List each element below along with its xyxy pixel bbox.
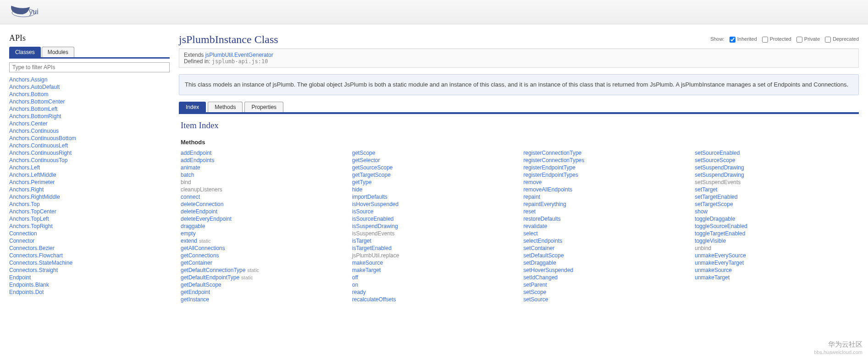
api-link[interactable]: Anchors.LeftMiddle — [9, 172, 56, 178]
method-link[interactable]: setTarget — [695, 186, 717, 193]
method-link[interactable]: getDefaultConnectionType — [181, 267, 245, 273]
api-link[interactable]: Anchors.Bottom — [9, 91, 48, 98]
method-link[interactable]: getScope — [352, 150, 376, 156]
method-link[interactable]: setContainer — [524, 245, 555, 251]
method-link[interactable]: getInstance — [181, 296, 209, 303]
filter-input[interactable] — [9, 62, 170, 72]
method-link[interactable]: hide — [352, 186, 363, 193]
method-link[interactable]: registerConnectionTypes — [524, 157, 585, 163]
inherited-checkbox[interactable] — [730, 37, 735, 43]
sidebar-tab-modules[interactable]: Modules — [42, 47, 74, 57]
sidebar-tab-classes[interactable]: Classes — [9, 47, 41, 57]
protected-checkbox[interactable] — [762, 37, 768, 43]
method-link[interactable]: setSuspendEvents — [695, 179, 741, 185]
method-link[interactable]: setTargetEnabled — [695, 194, 737, 200]
api-link[interactable]: Connector — [9, 238, 34, 244]
api-link[interactable]: Anchors.TopRight — [9, 223, 53, 229]
method-link[interactable]: off — [352, 274, 358, 281]
method-link[interactable]: reset — [524, 208, 536, 215]
method-link[interactable]: draggable — [181, 223, 205, 229]
api-link[interactable]: Anchors.ContinuousRight — [9, 150, 72, 156]
method-link[interactable]: revalidate — [524, 223, 547, 229]
method-link[interactable]: toggleVisible — [695, 238, 726, 244]
method-link[interactable]: addEndpoints — [181, 157, 214, 163]
api-link[interactable]: Connectors.Straight — [9, 267, 58, 273]
method-link[interactable]: restoreDefaults — [524, 216, 561, 222]
method-link[interactable]: getDefaultScope — [181, 282, 221, 288]
method-link[interactable]: batch — [181, 172, 194, 178]
api-link[interactable]: Endpoints.Dot — [9, 289, 44, 295]
method-link[interactable]: repaint — [524, 194, 541, 200]
method-link[interactable]: makeTarget — [352, 267, 381, 273]
method-link[interactable]: setDefaultScope — [524, 252, 564, 259]
method-link[interactable]: setParent — [524, 282, 547, 288]
private-checkbox[interactable] — [796, 37, 802, 43]
api-link[interactable]: Endpoint — [9, 274, 31, 281]
method-link[interactable]: select — [524, 230, 538, 237]
api-link[interactable]: Anchors.RightMiddle — [9, 194, 60, 200]
api-link[interactable]: Connectors.Bezier — [9, 245, 55, 251]
api-link[interactable]: Anchors.Center — [9, 120, 47, 127]
method-link[interactable]: show — [695, 208, 708, 215]
method-link[interactable]: getAllConnections — [181, 245, 225, 251]
extends-link[interactable]: jsPlumbUtil.EventGenerator — [205, 52, 273, 58]
method-link[interactable]: registerEndpointTypes — [524, 172, 578, 178]
deprecated-checkbox[interactable] — [825, 37, 831, 43]
api-link[interactable]: Endpoints.Blank — [9, 282, 49, 288]
method-link[interactable]: registerEndpointType — [524, 164, 575, 171]
api-link[interactable]: Anchors.Perimeter — [9, 179, 55, 185]
method-link[interactable]: on — [352, 282, 358, 288]
method-link[interactable]: setTargetScope — [695, 201, 733, 207]
api-link[interactable]: Anchors.Top — [9, 201, 40, 207]
api-link[interactable]: Anchors.Assign — [9, 76, 47, 83]
api-link[interactable]: Anchors.ContinuousBottom — [9, 135, 76, 141]
api-link[interactable]: Anchors.ContinuousTop — [9, 157, 67, 163]
method-link[interactable]: setSourceScope — [695, 157, 735, 163]
method-link[interactable]: importDefaults — [352, 194, 387, 200]
method-link[interactable]: removeAllEndpoints — [524, 186, 573, 193]
method-link[interactable]: jsPlumbUtil.replace — [352, 252, 399, 259]
method-link[interactable]: unmakeEveryTarget — [695, 260, 744, 266]
method-link[interactable]: setIdChanged — [524, 274, 558, 281]
method-link[interactable]: setSourceEnabled — [695, 150, 740, 156]
method-link[interactable]: registerConnectionType — [524, 150, 582, 156]
method-link[interactable]: isSourceEnabled — [352, 216, 394, 222]
method-link[interactable]: connect — [181, 194, 200, 200]
method-link[interactable]: bind — [181, 179, 191, 185]
api-link[interactable]: Anchors.TopCenter — [9, 208, 56, 215]
method-link[interactable]: toggleDraggable — [695, 216, 735, 222]
method-link[interactable]: isTarget — [352, 238, 371, 244]
method-link[interactable]: getEndpoint — [181, 289, 210, 295]
method-link[interactable]: repaintEverything — [524, 201, 566, 207]
method-link[interactable]: setSuspendDrawing — [695, 164, 744, 171]
method-link[interactable]: makeSource — [352, 260, 383, 266]
method-link[interactable]: setSource — [524, 296, 548, 303]
method-link[interactable]: recalculateOffsets — [352, 296, 396, 303]
api-link[interactable]: Anchors.BottomLeft — [9, 106, 57, 112]
method-link[interactable]: getType — [352, 179, 372, 185]
method-link[interactable]: getTargetScope — [352, 172, 391, 178]
api-link[interactable]: Connectors.Flowchart — [9, 252, 63, 259]
method-link[interactable]: getSourceScope — [352, 164, 393, 171]
content-tab-index[interactable]: Index — [179, 102, 206, 112]
method-link[interactable]: deleteEndpoint — [181, 208, 217, 215]
api-link[interactable]: Anchors.ContinuousLeft — [9, 142, 68, 149]
method-link[interactable]: unmakeTarget — [695, 274, 730, 281]
method-link[interactable]: getConnections — [181, 252, 219, 259]
method-link[interactable]: setSuspendDrawing — [695, 172, 744, 178]
method-link[interactable]: animate — [181, 164, 200, 171]
api-link[interactable]: Anchors.Left — [9, 164, 40, 171]
method-link[interactable]: selectEndpoints — [524, 238, 563, 244]
content-tab-methods[interactable]: Methods — [208, 102, 243, 112]
api-link[interactable]: Anchors.Right — [9, 186, 44, 193]
method-link[interactable]: cleanupListeners — [181, 186, 222, 193]
method-link[interactable]: setScope — [524, 289, 547, 295]
method-link[interactable]: empty — [181, 230, 196, 237]
method-link[interactable]: isSuspendDrawing — [352, 223, 398, 229]
method-link[interactable]: isHoverSuspended — [352, 201, 398, 207]
api-link[interactable]: Connectors.StateMachine — [9, 260, 72, 266]
method-link[interactable]: isTargetEnabled — [352, 245, 392, 251]
api-link[interactable]: Anchors.AutoDefault — [9, 84, 60, 90]
method-link[interactable]: unbind — [695, 245, 711, 251]
api-link[interactable]: Anchors.Continuous — [9, 128, 59, 134]
